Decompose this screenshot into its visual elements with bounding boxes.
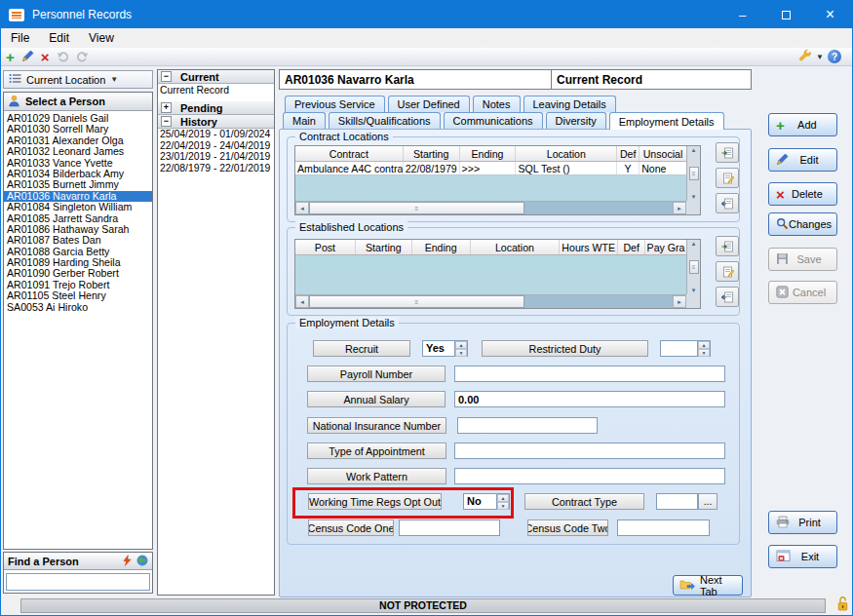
column-header[interactable]: Contract <box>295 146 404 161</box>
payroll-number-input[interactable] <box>454 366 725 382</box>
scroll-left-icon[interactable]: ◄ <box>295 202 309 214</box>
cancel-button[interactable]: Cancel <box>768 281 837 304</box>
expand-icon[interactable]: + <box>161 102 172 113</box>
column-header[interactable]: Hours WTE <box>560 240 618 254</box>
tree-item-history[interactable]: 22/08/1979 - 22/01/2019 <box>158 163 274 173</box>
annual-salary-input[interactable] <box>454 391 725 407</box>
list-item[interactable]: AR01105 Steel Henry <box>4 290 152 301</box>
column-header[interactable]: Location <box>471 240 561 254</box>
list-item[interactable]: SA0053 Ai Hiroko <box>4 302 152 313</box>
tree-section-history[interactable]: − History <box>158 115 274 129</box>
tab-employment-details[interactable]: Employment Details <box>609 112 724 130</box>
spinner-up-icon[interactable]: ▲ <box>455 341 467 349</box>
menu-view[interactable]: View <box>79 28 124 48</box>
spinner-down-icon[interactable]: ▼ <box>455 349 467 357</box>
spinner-up-icon[interactable]: ▲ <box>698 341 710 349</box>
table-row[interactable]: Ambulance A4C contra 22/08/1979 >>> SQL … <box>295 162 686 175</box>
national-insurance-input[interactable] <box>457 417 598 434</box>
tree-item-current-record[interactable]: Current Record <box>158 85 274 96</box>
restricted-duty-spinner[interactable]: ▲▼ <box>660 340 711 357</box>
census-code-one-input[interactable] <box>399 520 500 536</box>
scroll-up-icon[interactable]: ▲ <box>691 147 697 153</box>
census-code-two-input[interactable] <box>617 520 710 536</box>
horizontal-scrollbar[interactable]: ◄ ≡ ► <box>295 294 686 308</box>
contract-edit-button[interactable] <box>716 168 739 188</box>
add-icon[interactable]: + <box>6 50 15 64</box>
column-header[interactable]: Post <box>295 240 356 254</box>
changes-button[interactable]: Changes <box>768 212 837 236</box>
minimize-button[interactable]: – <box>720 1 764 28</box>
tab-communications[interactable]: Communications <box>444 112 543 129</box>
close-button[interactable]: × <box>808 1 852 28</box>
scroll-down-icon[interactable]: ▼ <box>691 288 697 293</box>
collapse-icon[interactable]: − <box>161 71 172 82</box>
collapse-icon[interactable]: − <box>161 116 172 127</box>
location-selector[interactable]: Current Location ▼ <box>3 70 153 89</box>
exit-button[interactable]: Exit <box>768 545 837 568</box>
settings-dropdown-icon[interactable]: ▼ <box>816 53 824 61</box>
maximize-button[interactable] <box>764 1 808 28</box>
column-header[interactable]: Unsocial <box>640 146 686 161</box>
column-header[interactable]: Def <box>618 240 645 254</box>
scroll-left-icon[interactable]: ◄ <box>295 295 309 308</box>
delete-button[interactable]: × Delete <box>768 182 837 206</box>
edit-pen-icon[interactable] <box>21 50 34 64</box>
globe-icon[interactable] <box>136 555 148 568</box>
tab-previous-service[interactable]: Previous Service <box>285 96 385 112</box>
tab-notes[interactable]: Notes <box>473 96 521 112</box>
tab-leaving-details[interactable]: Leaving Details <box>523 96 616 112</box>
tree-item-history[interactable]: 25/04/2019 - 01/09/2024 <box>158 129 274 139</box>
vertical-scrollbar[interactable]: ▲ ≡ ▼ <box>686 240 700 294</box>
print-button[interactable]: Print <box>768 511 837 534</box>
spinner-up-icon[interactable]: ▲ <box>497 494 509 502</box>
scrollbar-thumb[interactable]: ≡ <box>689 260 699 274</box>
column-header[interactable]: Starting <box>356 240 412 254</box>
tree-item-history[interactable]: 23/01/2019 - 21/04/2019 <box>158 151 274 162</box>
tree-item-history[interactable]: 22/04/2019 - 24/04/2019 <box>158 140 274 151</box>
scroll-right-icon[interactable]: ► <box>673 295 686 308</box>
scroll-right-icon[interactable]: ► <box>673 202 686 214</box>
contract-goto-button[interactable] <box>716 193 739 213</box>
tab-skills-qualifications[interactable]: Skills/Qualifications <box>329 112 441 129</box>
menu-file[interactable]: File <box>1 28 39 48</box>
next-tab-button[interactable]: Next Tab <box>673 575 743 596</box>
tree-section-pending[interactable]: + Pending <box>158 101 274 115</box>
tree-section-current[interactable]: − Current <box>158 70 274 84</box>
column-header[interactable]: Def <box>617 146 640 161</box>
tab-main[interactable]: Main <box>283 112 326 129</box>
contract-type-input[interactable] <box>656 493 698 510</box>
list-item[interactable]: AR01032 Leonard James <box>4 146 152 157</box>
tab-diversity[interactable]: Diversity <box>546 112 606 129</box>
column-header[interactable]: Pay Gra <box>645 240 686 254</box>
tab-user-defined[interactable]: User Defined <box>388 96 470 112</box>
scrollbar-thumb[interactable]: ≡ <box>309 295 524 308</box>
established-insert-button[interactable] <box>716 236 739 256</box>
scroll-down-icon[interactable]: ▼ <box>691 194 697 200</box>
column-header[interactable]: Ending <box>460 146 517 161</box>
spinner-down-icon[interactable]: ▼ <box>698 349 710 357</box>
lightning-icon[interactable] <box>122 555 133 568</box>
save-button[interactable]: Save <box>768 248 837 271</box>
scrollbar-thumb[interactable]: ≡ <box>689 167 699 180</box>
column-header[interactable]: Starting <box>404 146 460 161</box>
menu-edit[interactable]: Edit <box>39 28 79 48</box>
work-pattern-input[interactable] <box>454 468 725 484</box>
list-item[interactable]: AR01087 Bates Dan <box>4 235 152 246</box>
vertical-scrollbar[interactable]: ▲ ≡ ▼ <box>686 146 700 201</box>
help-icon[interactable]: ? <box>828 50 841 63</box>
undo-icon[interactable] <box>57 50 69 64</box>
contract-type-browse-button[interactable]: ... <box>698 493 717 510</box>
find-person-input[interactable] <box>6 573 150 591</box>
working-time-regs-spinner[interactable]: No ▲▼ <box>463 493 510 510</box>
column-header[interactable]: Ending <box>412 240 471 254</box>
recruit-spinner[interactable]: Yes ▲▼ <box>422 340 468 357</box>
settings-wrench-icon[interactable] <box>798 49 812 64</box>
scroll-up-icon[interactable]: ▲ <box>691 241 697 247</box>
horizontal-scrollbar[interactable]: ◄ ≡ ► <box>295 201 686 214</box>
scrollbar-thumb[interactable]: ≡ <box>309 202 524 214</box>
list-item[interactable]: AR01084 Singleton William <box>4 202 152 212</box>
type-of-appointment-input[interactable] <box>454 443 725 459</box>
redo-icon[interactable] <box>76 50 89 64</box>
contract-insert-button[interactable] <box>716 142 739 163</box>
spinner-down-icon[interactable]: ▼ <box>497 502 509 510</box>
